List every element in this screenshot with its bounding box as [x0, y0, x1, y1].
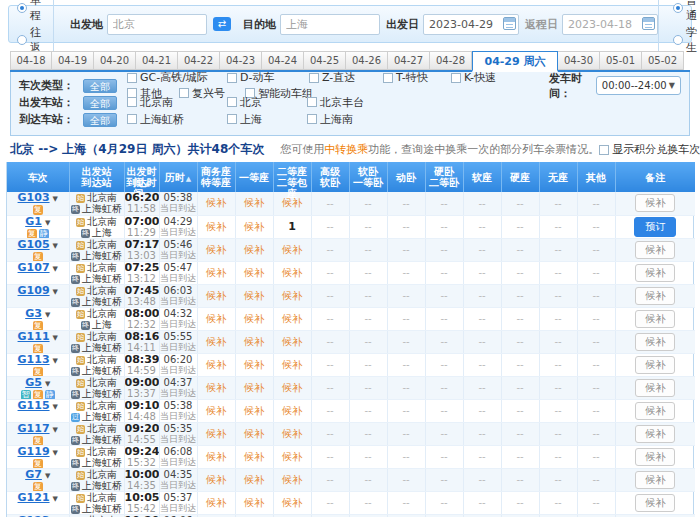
radio-selected-icon[interactable] — [17, 3, 27, 13]
filter-option[interactable]: 北京 — [227, 95, 307, 110]
waitlist-button[interactable]: 候补 — [635, 287, 675, 305]
train-number-link[interactable]: G5 — [25, 376, 42, 389]
column-header[interactable]: 出发时间▲到达时间▼ — [124, 162, 159, 192]
checkbox-icon[interactable] — [307, 97, 317, 107]
checkbox-icon[interactable] — [599, 145, 609, 155]
column-header[interactable]: 商务座特等座 — [197, 162, 235, 192]
radio-selected-icon[interactable] — [673, 3, 683, 13]
expand-caret-icon[interactable]: ▼ — [45, 380, 50, 388]
waitlist-button[interactable]: 候补 — [635, 194, 675, 212]
train-number-link[interactable]: G1 — [25, 215, 42, 228]
filter-option[interactable]: 北京南 — [127, 95, 227, 110]
expand-caret-icon[interactable]: ▼ — [53, 242, 58, 250]
normal-passenger-radio[interactable]: 普通 — [673, 0, 700, 23]
date-tab[interactable]: 04-27 — [388, 51, 430, 70]
train-number-link[interactable]: G121 — [18, 491, 50, 504]
checkbox-icon[interactable] — [309, 73, 319, 83]
column-header[interactable]: 其他 — [577, 162, 615, 192]
calendar-icon[interactable] — [642, 17, 655, 30]
date-tab[interactable]: 04-18 — [10, 51, 52, 70]
column-header[interactable]: 出发站到达站 — [69, 162, 124, 192]
column-header[interactable]: 高级软卧 — [311, 162, 349, 192]
expand-caret-icon[interactable]: ▼ — [53, 288, 58, 296]
waitlist-button[interactable]: 候补 — [635, 425, 675, 443]
column-header[interactable]: 备注 — [615, 162, 695, 192]
expand-caret-icon[interactable]: ▼ — [53, 334, 58, 342]
one-way-radio[interactable]: 单程 — [17, 0, 41, 23]
waitlist-button[interactable]: 候补 — [635, 471, 675, 489]
date-tab[interactable]: 04-26 — [346, 51, 388, 70]
column-header[interactable]: 一等座 — [235, 162, 273, 192]
date-tab[interactable]: 04-19 — [52, 51, 94, 70]
train-number-link[interactable]: G111 — [18, 330, 50, 343]
train-number-link[interactable]: G105 — [18, 238, 50, 251]
checkbox-icon[interactable] — [227, 73, 237, 83]
train-number-link[interactable]: G115 — [18, 399, 50, 412]
date-tab[interactable]: 04-23 — [220, 51, 262, 70]
to-input[interactable] — [280, 14, 380, 35]
expand-caret-icon[interactable]: ▼ — [53, 265, 58, 273]
filter-option[interactable]: Z-直达 — [309, 70, 383, 85]
sort-arrow-icon[interactable]: ▲ — [186, 175, 191, 183]
radio-icon[interactable] — [673, 35, 683, 45]
expand-caret-icon[interactable]: ▼ — [53, 426, 58, 434]
date-tab[interactable]: 04-30 — [558, 51, 600, 70]
column-header[interactable]: 无座 — [539, 162, 577, 192]
date-tab[interactable]: 04-25 — [304, 51, 346, 70]
filter-option[interactable]: 北京丰台 — [307, 95, 393, 110]
train-number-link[interactable]: G117 — [18, 422, 50, 435]
from-input[interactable] — [107, 14, 207, 35]
checkbox-icon[interactable] — [127, 114, 137, 124]
calendar-icon[interactable] — [503, 17, 516, 30]
date-tab[interactable]: 04-21 — [136, 51, 178, 70]
date-tab[interactable]: 04-24 — [262, 51, 304, 70]
filter-option[interactable]: T-特快 — [383, 70, 451, 85]
train-type-all-button[interactable]: 全部 — [83, 79, 117, 93]
column-header[interactable]: 软卧一等卧 — [349, 162, 387, 192]
expand-caret-icon[interactable]: ▼ — [45, 472, 50, 480]
arrive-station-all-button[interactable]: 全部 — [83, 113, 117, 127]
date-tab[interactable]: 04-20 — [94, 51, 136, 70]
checkbox-icon[interactable] — [307, 114, 317, 124]
expand-caret-icon[interactable]: ▼ — [53, 495, 58, 503]
date-tab[interactable]: 05-02 — [642, 51, 684, 70]
train-number-link[interactable]: G113 — [18, 353, 50, 366]
filter-option[interactable]: K-快速 — [451, 70, 523, 85]
waitlist-button[interactable]: 候补 — [635, 333, 675, 351]
filter-option[interactable]: 上海南 — [307, 112, 393, 127]
column-header[interactable]: 动卧 — [387, 162, 425, 192]
filter-option[interactable]: 上海 — [227, 112, 307, 127]
waitlist-button[interactable]: 候补 — [635, 356, 675, 374]
checkbox-icon[interactable] — [383, 73, 393, 83]
filter-option[interactable]: D-动车 — [227, 70, 309, 85]
column-header[interactable]: 历时▲ — [159, 162, 197, 192]
waitlist-button[interactable]: 候补 — [635, 241, 675, 259]
column-header[interactable]: 车次 — [7, 162, 69, 192]
train-number-link[interactable]: G3 — [25, 307, 42, 320]
filter-option[interactable]: GC-高铁/城际 — [127, 70, 227, 85]
date-tab[interactable]: 04-29 周六 — [472, 51, 558, 72]
train-number-link[interactable]: G7 — [25, 468, 42, 481]
train-number-link[interactable]: G119 — [18, 445, 50, 458]
expand-caret-icon[interactable]: ▼ — [45, 219, 50, 227]
waitlist-button[interactable]: 候补 — [635, 448, 675, 466]
checkbox-icon[interactable] — [451, 73, 461, 83]
book-button[interactable]: 预订 — [634, 217, 676, 237]
train-number-link[interactable]: G107 — [18, 261, 50, 274]
checkbox-icon[interactable] — [127, 73, 137, 83]
depart-station-all-button[interactable]: 全部 — [83, 96, 117, 110]
column-header[interactable]: 软座 — [463, 162, 501, 192]
waitlist-button[interactable]: 候补 — [635, 264, 675, 282]
checkbox-icon[interactable] — [127, 97, 137, 107]
transfer-link[interactable]: 中转换乘 — [324, 143, 368, 156]
column-header[interactable]: 二等座二等包座 — [273, 162, 311, 192]
expand-caret-icon[interactable]: ▼ — [53, 403, 58, 411]
expand-caret-icon[interactable]: ▼ — [53, 449, 58, 457]
waitlist-button[interactable]: 候补 — [635, 494, 675, 512]
checkbox-icon[interactable] — [227, 97, 237, 107]
expand-caret-icon[interactable]: ▼ — [53, 195, 58, 203]
column-header[interactable]: 硬卧二等卧 — [425, 162, 463, 192]
checkbox-icon[interactable] — [227, 114, 237, 124]
date-tab[interactable]: 04-22 — [178, 51, 220, 70]
date-tab[interactable]: 04-28 — [430, 51, 472, 70]
